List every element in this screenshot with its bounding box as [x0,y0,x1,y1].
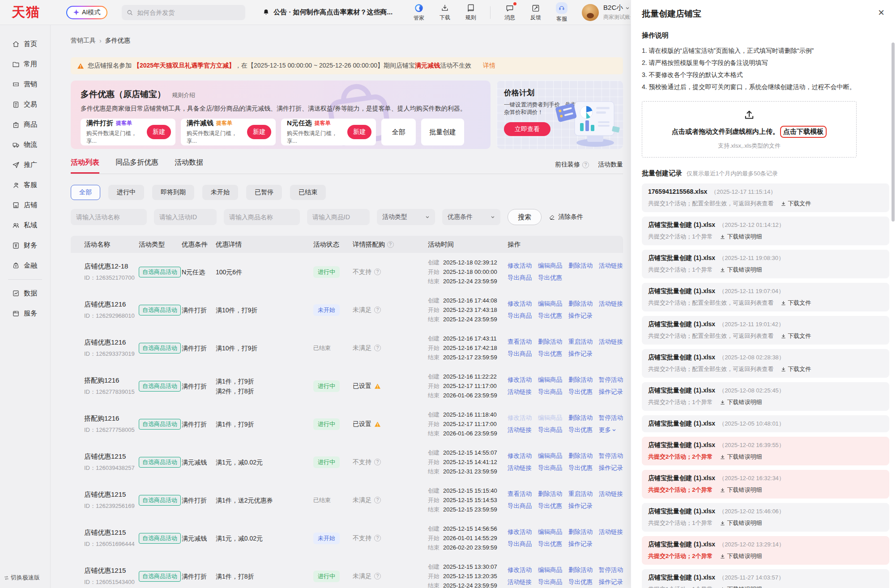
op-link-导出商品[interactable]: 导出商品 [508,540,532,548]
sidebar-item-物流[interactable]: 物流 [0,135,50,155]
op-link-导出优惠[interactable]: 导出优惠 [568,426,593,434]
op-link-活动链接[interactable]: 活动链接 [508,388,532,396]
sidebar-item-服务[interactable]: 服务 [0,303,50,324]
sidebar-item-首页[interactable]: 首页 [0,34,50,54]
op-link-操作记录[interactable]: 操作记录 [568,350,593,358]
op-link-删除活动[interactable]: 删除活动 [538,490,562,498]
search-input-2[interactable] [154,209,217,225]
drawer-scrollbar[interactable] [892,43,895,222]
sidebar-item-常用[interactable]: 常用 [0,54,50,74]
op-link-修改活动[interactable]: 修改活动 [508,452,532,460]
global-search[interactable] [122,5,245,20]
op-link-操作记录[interactable]: 操作记录 [568,540,593,548]
topbar-message-button[interactable]: 消息 [503,4,516,21]
topbar-guanjia-button[interactable]: 管家 [412,3,426,22]
op-link-修改活动[interactable]: 修改活动 [508,528,532,536]
op-link-活动链接[interactable]: 活动链接 [508,464,532,472]
filter-未开始[interactable]: 未开始 [202,185,238,200]
record-download-link[interactable]: 下载错误明细 [720,266,762,274]
sidebar-item-金融[interactable]: 金融 [0,256,50,276]
search-input-3[interactable] [224,209,300,225]
rules-intro-link[interactable]: 规则介绍 [172,91,195,99]
select-活动类型[interactable]: 活动类型 [377,209,435,225]
record-download-link[interactable]: 下载文件 [781,332,811,340]
op-link-导出优惠[interactable]: 导出优惠 [538,540,562,548]
create-new-button[interactable]: 新建 [347,125,371,139]
promo-card-N元任选[interactable]: N元任选提客单购买件数满足门槛，享...新建 [281,119,376,145]
topbar-download-button[interactable]: 下载 [438,4,452,21]
sidebar-item-营销[interactable]: 营销 [0,74,50,94]
op-link-暂停活动[interactable]: 暂停活动 [599,376,623,384]
op-link-更多[interactable]: 更多 [599,426,616,434]
op-link-导出优惠[interactable]: 导出优惠 [568,388,593,396]
op-link-修改活动[interactable]: 修改活动 [508,414,532,422]
op-link-活动链接[interactable]: 活动链接 [599,528,623,536]
create-new-button[interactable]: 新建 [247,125,271,139]
sidebar-item-店铺[interactable]: 店铺 [0,195,50,215]
record-download-link[interactable]: 下载错误明细 [720,233,762,241]
op-link-导出优惠[interactable]: 导出优惠 [538,502,562,510]
select-优惠条件[interactable]: 优惠条件 [442,209,500,225]
filter-全部[interactable]: 全部 [71,185,100,200]
op-link-活动链接[interactable]: 活动链接 [508,426,532,434]
op-link-暂停活动[interactable]: 暂停活动 [599,452,623,460]
op-link-活动链接[interactable]: 活动链接 [599,300,623,308]
op-link-重启活动[interactable]: 重启活动 [568,490,593,498]
op-link-修改活动[interactable]: 修改活动 [508,300,532,308]
record-download-link[interactable]: 下载错误明细 [720,486,762,494]
announcement-link[interactable]: 公告 · 如何制作高点击率素材？这些商... [262,8,393,17]
op-link-导出商品[interactable]: 导出商品 [508,502,532,510]
switch-fast-version-link[interactable]: 切换极速版 [4,574,40,582]
op-link-重启活动[interactable]: 重启活动 [568,338,593,346]
activity-count-link[interactable]: 活动数量 [598,161,623,169]
tmall-logo[interactable]: 天猫 [12,3,40,21]
op-link-活动链接[interactable]: 活动链接 [508,578,532,586]
upload-dropzone[interactable]: 点击或者拖动文件到虚线框内上传。点击下载模板 支持.xlsx,.xls类型的文件 [642,101,857,158]
promo-card-满件打折[interactable]: 满件打折提客单购买件数满足门槛，享...新建 [81,119,175,145]
promo-card-all[interactable]: 全部 [381,119,416,145]
topbar-feedback-button[interactable]: 反馈 [529,4,542,21]
op-link-修改活动[interactable]: 修改活动 [508,566,532,574]
tab-同品多折优惠[interactable]: 同品多折优惠 [115,158,158,174]
go-decorate-link[interactable]: 前往装修? [555,161,589,169]
op-link-操作记录[interactable]: 操作记录 [599,578,623,586]
topbar-service-button[interactable]: 客服 [555,2,568,23]
op-link-导出商品[interactable]: 导出商品 [538,578,562,586]
op-link-活动链接[interactable]: 活动链接 [599,338,623,346]
op-link-导出商品[interactable]: 导出商品 [538,426,562,434]
op-link-导出优惠[interactable]: 导出优惠 [568,464,593,472]
filter-即将到期[interactable]: 即将到期 [152,185,194,200]
op-link-编辑商品[interactable]: 编辑商品 [538,566,562,574]
download-template-link[interactable]: 点击下载模板 [780,126,827,138]
promo-card-batch-create[interactable]: 批量创建 [421,119,464,145]
breadcrumb-parent[interactable]: 营销工具 [71,37,96,45]
record-download-link[interactable]: 下载文件 [781,299,811,307]
op-link-编辑商品[interactable]: 编辑商品 [538,414,562,422]
op-link-修改活动[interactable]: 修改活动 [508,262,532,270]
tab-活动数据[interactable]: 活动数据 [175,158,203,174]
op-link-编辑商品[interactable]: 编辑商品 [538,300,562,308]
op-link-删除活动[interactable]: 删除活动 [568,376,593,384]
op-link-导出优惠[interactable]: 导出优惠 [538,350,562,358]
record-download-link[interactable]: 下载错误明细 [720,453,762,461]
op-link-编辑商品[interactable]: 编辑商品 [538,528,562,536]
close-icon[interactable]: × [876,5,886,20]
search-input-1[interactable] [71,209,147,225]
record-download-link[interactable]: 下载文件 [781,365,811,373]
op-link-删除活动[interactable]: 删除活动 [568,414,593,422]
op-link-编辑商品[interactable]: 编辑商品 [538,376,562,384]
filter-已结束[interactable]: 已结束 [290,185,326,200]
global-search-input[interactable] [137,9,241,16]
tab-活动列表[interactable]: 活动列表 [71,158,99,174]
op-link-导出优惠[interactable]: 导出优惠 [538,274,562,282]
op-link-导出商品[interactable]: 导出商品 [538,464,562,472]
filter-已暂停[interactable]: 已暂停 [246,185,282,200]
op-link-导出商品[interactable]: 导出商品 [508,274,532,282]
op-link-删除活动[interactable]: 删除活动 [538,338,562,346]
op-link-导出商品[interactable]: 导出商品 [508,350,532,358]
promo-card-满件减钱[interactable]: 满件减钱提客单购买件数满足门槛，享...新建 [181,119,276,145]
view-now-button[interactable]: 立即查看 [504,122,550,136]
op-link-导出商品[interactable]: 导出商品 [538,388,562,396]
op-link-删除活动[interactable]: 删除活动 [568,566,593,574]
op-link-修改活动[interactable]: 修改活动 [508,376,532,384]
